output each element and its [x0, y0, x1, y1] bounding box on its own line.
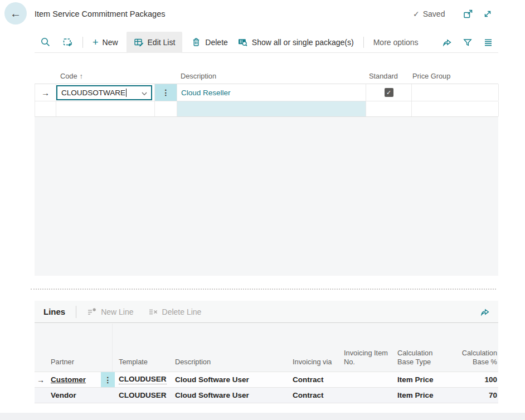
arrow-right-icon: →	[41, 88, 50, 97]
column-header-standard[interactable]: Standard	[369, 72, 398, 80]
chevron-down-icon[interactable]	[140, 90, 148, 97]
more-options-button[interactable]: More options	[373, 38, 419, 47]
delete-button-label: Delete	[205, 38, 227, 47]
invoicing-item-no-cell[interactable]	[338, 372, 393, 387]
edit-list-icon	[134, 37, 144, 47]
table-row: Vendor CLOUDUSER Cloud Software User Con…	[35, 388, 498, 403]
trash-icon	[191, 37, 201, 47]
table-row	[35, 101, 498, 117]
partner-cell[interactable]: Vendor	[47, 388, 101, 403]
ellipsis-vertical-icon: ⋮	[162, 89, 170, 96]
column-header-description[interactable]: Description	[175, 358, 211, 367]
action-toolbar: + New Edit List Del	[35, 32, 498, 53]
table-row: → Customer ⋮ CLOUDUSER Cloud Software Us…	[35, 372, 498, 388]
arrow-right-icon: →	[37, 375, 45, 384]
lines-divider	[76, 306, 76, 318]
code-input[interactable]: CLOUDSOTWARE	[56, 85, 152, 100]
price-group-cell[interactable]	[412, 101, 499, 116]
item-service-commitment-packages-page: ← Item Service Commitment Packages ✓ Sav…	[0, 0, 525, 420]
lines-section-title: Lines	[43, 307, 65, 316]
share-icon[interactable]	[479, 306, 490, 318]
text-cursor	[126, 89, 127, 97]
row-menu-button[interactable]: ⋮	[101, 372, 115, 387]
content-background-panel	[35, 117, 498, 276]
description-cell[interactable]: Cloud Reseller	[177, 84, 366, 101]
calculation-base-pct-cell[interactable]: 100	[446, 372, 498, 387]
delete-line-label: Delete Line	[162, 307, 202, 316]
description-cell[interactable]: Cloud Software User	[171, 372, 288, 387]
invoicing-item-no-cell[interactable]	[338, 388, 393, 403]
template-cell[interactable]: CLOUDUSER	[115, 372, 171, 387]
description-cell[interactable]: Cloud Software User	[171, 388, 288, 403]
partner-cell[interactable]: Customer	[47, 372, 101, 387]
save-status: ✓ Saved	[413, 9, 445, 18]
plus-icon: +	[93, 37, 99, 47]
description-cell[interactable]	[177, 101, 366, 116]
search-icon[interactable]	[40, 37, 51, 48]
package-search-icon	[237, 37, 248, 47]
code-cell: CLOUDSOTWARE	[56, 84, 155, 101]
next-section-edge	[0, 413, 525, 420]
frozen-column-divider	[112, 324, 113, 372]
standard-cell[interactable]	[366, 101, 412, 116]
new-button[interactable]: + New	[93, 37, 118, 47]
expand-fullscreen-icon[interactable]	[482, 8, 494, 21]
price-group-cell[interactable]	[412, 84, 499, 101]
calculation-base-type-cell[interactable]: Item Price	[393, 372, 446, 387]
new-line-label: New Line	[101, 307, 133, 316]
edit-list-button[interactable]: Edit List	[127, 32, 183, 53]
column-header-calculation-base-pct[interactable]: Calculation Base %	[462, 349, 497, 367]
filter-icon[interactable]	[462, 37, 473, 48]
current-row-indicator: →	[35, 84, 56, 101]
section-divider	[31, 289, 496, 290]
list-view-icon[interactable]	[483, 37, 494, 48]
standard-checkbox[interactable]: ✓	[385, 88, 393, 97]
lines-table-body: → Customer ⋮ CLOUDUSER Cloud Software Us…	[35, 372, 498, 403]
ellipsis-vertical-icon: ⋮	[104, 376, 112, 384]
column-header-invoicing-via[interactable]: Invoicing via	[293, 358, 332, 367]
lines-table-header: Partner Template Description Invoicing v…	[35, 324, 498, 372]
packages-table-header: Code ↑ Description Standard Price Group	[35, 69, 498, 84]
column-header-description[interactable]: Description	[181, 72, 216, 80]
back-button[interactable]: ←	[4, 2, 27, 25]
check-icon: ✓	[413, 9, 420, 18]
row-menu-cell	[101, 388, 115, 403]
column-header-calculation-base-type[interactable]: Calculation Base Type	[397, 349, 432, 367]
calculation-base-type-cell[interactable]: Item Price	[393, 388, 446, 403]
invoicing-via-cell[interactable]: Contract	[288, 388, 338, 403]
show-package-label: Show all or single package(s)	[252, 38, 354, 47]
column-header-template[interactable]: Template	[119, 358, 148, 367]
check-icon: ✓	[386, 89, 391, 96]
page-title: Item Service Commitment Packages	[35, 9, 166, 18]
column-header-price-group[interactable]: Price Group	[412, 72, 450, 80]
current-row-indicator: →	[35, 372, 47, 387]
open-in-new-window-icon[interactable]	[463, 8, 475, 21]
share-icon[interactable]	[441, 37, 453, 48]
row-menu-button[interactable]: ⋮	[155, 84, 177, 101]
analyze-icon[interactable]	[62, 37, 73, 48]
invoicing-via-cell[interactable]: Contract	[288, 372, 338, 387]
code-input-value: CLOUDSOTWARE	[61, 89, 125, 97]
row-indicator-cell	[35, 101, 56, 116]
new-line-icon	[87, 307, 97, 317]
toolbar-divider	[363, 37, 364, 48]
calculation-base-pct-cell[interactable]: 70	[446, 388, 498, 403]
standard-cell: ✓	[366, 84, 412, 101]
delete-button[interactable]: Delete	[191, 37, 227, 47]
delete-line-icon	[148, 307, 158, 317]
code-cell[interactable]	[56, 101, 155, 116]
column-header-partner[interactable]: Partner	[51, 358, 74, 367]
arrow-left-icon: ←	[10, 7, 21, 20]
toolbar-divider	[82, 37, 83, 48]
sort-ascending-icon: ↑	[80, 72, 83, 80]
lines-section-header: Lines New Line Delete Line	[35, 301, 498, 323]
template-cell[interactable]: CLOUDUSER	[115, 388, 171, 403]
column-header-invoicing-item-no[interactable]: Invoicing Item No.	[344, 349, 388, 367]
row-menu-cell	[155, 101, 177, 116]
new-line-button[interactable]: New Line	[87, 307, 133, 317]
new-button-label: New	[103, 38, 118, 47]
save-status-label: Saved	[423, 9, 445, 18]
delete-line-button[interactable]: Delete Line	[148, 307, 202, 317]
show-package-button[interactable]: Show all or single package(s)	[237, 37, 354, 47]
column-header-code[interactable]: Code ↑	[60, 72, 83, 80]
